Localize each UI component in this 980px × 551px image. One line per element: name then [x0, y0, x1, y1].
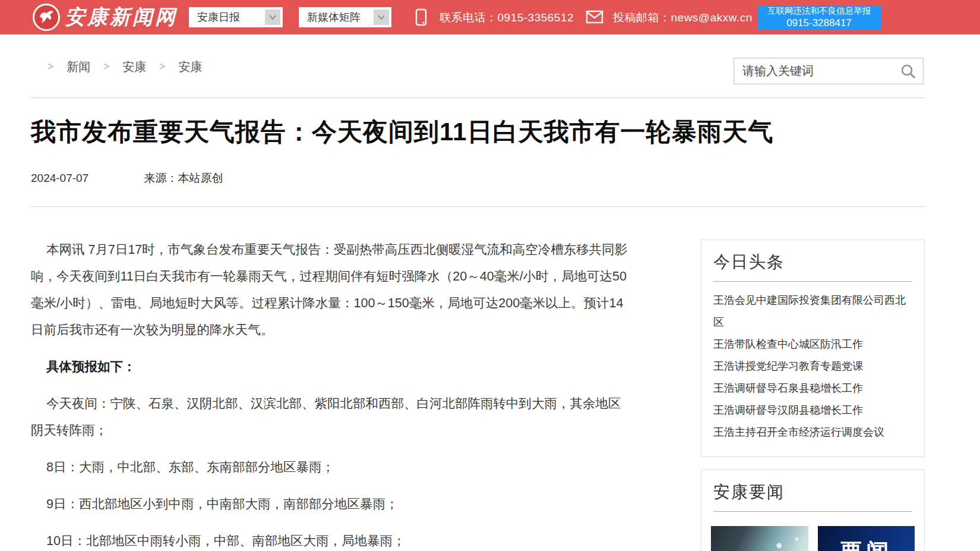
article-paragraph: 9日：西北部地区小到中雨，中南部大雨，南部部分地区暴雨；: [31, 491, 632, 518]
breadcrumb-separator: >: [103, 61, 109, 73]
breadcrumb-separator: >: [159, 61, 165, 73]
breadcrumb-separator: >: [48, 61, 53, 73]
chevron-down-icon: [265, 10, 280, 25]
submission-email-label: 投稿邮箱：news@akxw.cn: [613, 10, 753, 26]
panel-divider: [713, 281, 912, 282]
panel-title-ankang-news: 安康要闻: [713, 481, 912, 503]
breadcrumb-item-ankang-1[interactable]: 安康: [122, 59, 146, 75]
meta-divider: [31, 206, 924, 207]
news-thumbnail-yaowen[interactable]: 要闻: [818, 526, 915, 551]
phone-icon: [415, 8, 428, 29]
headline-item[interactable]: 王浩带队检查中心城区防汛工作: [713, 333, 912, 355]
headline-item[interactable]: 王浩会见中建国际投资集团有限公司西北区: [713, 289, 912, 333]
today-headlines-panel: 今日头条 王浩会见中建国际投资集团有限公司西北区 王浩带队检查中心城区防汛工作 …: [701, 240, 925, 457]
mail-icon: [586, 10, 603, 26]
chevron-down-icon: [374, 10, 389, 25]
logo-text: 安康新闻网: [65, 4, 178, 31]
site-logo[interactable]: 安康新闻网: [33, 3, 178, 32]
article-paragraph: 8日：大雨，中北部、东部、东南部部分地区暴雨；: [31, 454, 632, 481]
headline-item[interactable]: 王浩调研督导石泉县稳增长工作: [713, 377, 912, 399]
headline-item[interactable]: 王浩讲授党纪学习教育专题党课: [713, 355, 912, 377]
search-input[interactable]: [734, 58, 900, 84]
breadcrumb-item-news[interactable]: 新闻: [67, 59, 90, 75]
breadcrumb: > 新闻 > 安康 > 安康: [48, 59, 202, 75]
logo-bird-icon: [33, 4, 60, 31]
panel-title-today-headlines: 今日头条: [713, 251, 912, 273]
article-date: 2024-07-07: [31, 172, 88, 184]
yaowen-label: 要闻: [840, 537, 892, 551]
article-paragraph: 本网讯 7月7日17时，市气象台发布重要天气报告：受副热带高压西北侧暖湿气流和高…: [31, 237, 632, 344]
search-icon[interactable]: [900, 63, 916, 80]
headline-item[interactable]: 王浩调研督导汉阴县稳增长工作: [713, 399, 912, 421]
top-header-bar: 安康新闻网 安康日报 新媒体矩阵 联系电话：0915-3356512 投稿邮箱：…: [0, 0, 980, 34]
article-body: 本网讯 7月7日17时，市气象台发布重要天气报告：受副热带高压西北侧暖湿气流和高…: [31, 237, 632, 551]
ankang-news-panel: 安康要闻 要闻: [701, 470, 925, 551]
article-source: 来源：本站原创: [144, 172, 223, 184]
report-button[interactable]: 互联网违法和不良信息举报 0915-3288417: [757, 5, 881, 30]
headline-item[interactable]: 王浩主持召开全市经济运行调度会议: [713, 421, 912, 443]
dropdown-new-media[interactable]: 新媒体矩阵: [299, 7, 391, 27]
contact-phone-label: 联系电话：0915-3356512: [440, 10, 574, 26]
article-meta: 2024-07-07 来源：本站原创: [31, 171, 223, 186]
news-thumbnail-rain[interactable]: [711, 526, 808, 551]
header-divider: [31, 97, 924, 98]
dropdown-ankang-daily[interactable]: 安康日报: [189, 7, 283, 27]
search-box: [734, 58, 924, 84]
article-title: 我市发布重要天气报告：今天夜间到11日白天我市有一轮暴雨天气: [31, 117, 892, 147]
dropdown-label: 安康日报: [189, 10, 265, 24]
article-paragraph: 10日：北部地区中雨转小雨，中部、南部地区大雨，局地暴雨；: [31, 528, 632, 551]
dropdown-label: 新媒体矩阵: [299, 10, 374, 24]
report-line2: 0915-3288417: [757, 17, 881, 30]
article-paragraph: 今天夜间：宁陕、石泉、汉阴北部、汉滨北部、紫阳北部和西部、白河北部阵雨转中到大雨…: [31, 391, 632, 444]
breadcrumb-item-ankang-2[interactable]: 安康: [178, 59, 202, 75]
report-line1: 互联网违法和不良信息举报: [757, 5, 881, 17]
panel-divider: [713, 511, 912, 512]
forecast-heading: 具体预报如下：: [31, 354, 632, 380]
